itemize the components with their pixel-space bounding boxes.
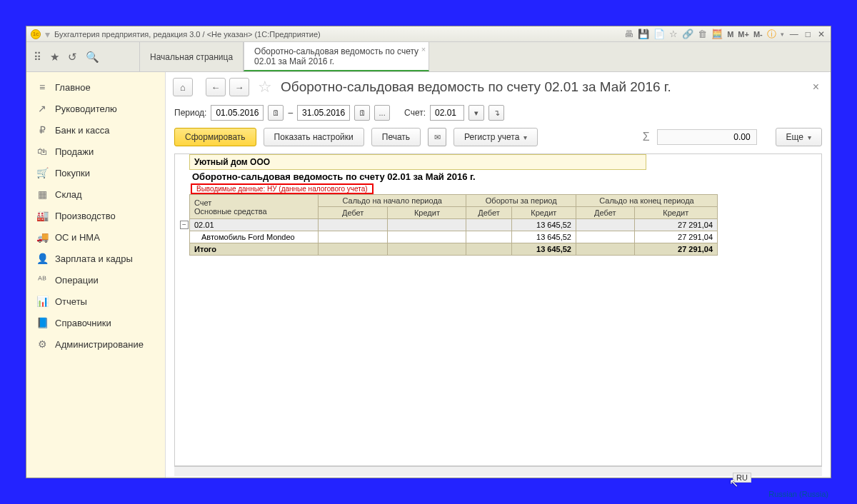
th-balance-start: Сальдо на начало периода [319, 195, 466, 207]
sidebar-label: Руководителю [55, 104, 117, 114]
sidebar-item-10[interactable]: 📊Отчеты [26, 291, 165, 312]
sidebar-item-4[interactable]: 🛒Покупки [26, 162, 165, 183]
tab-report-label1: Оборотно-сальдовая ведомость по счету [254, 46, 419, 56]
account-drop-icon[interactable]: ▾ [468, 105, 484, 121]
sidebar: ≡Главное↗Руководителю₽Банк и касса🛍Прода… [26, 72, 166, 478]
sidebar-item-1[interactable]: ↗Руководителю [26, 98, 165, 119]
tb-help-drop-icon[interactable]: ▾ [781, 31, 784, 38]
cell [319, 219, 388, 231]
email-icon[interactable]: ✉ [428, 128, 446, 146]
sidebar-item-8[interactable]: 👤Зарплата и кадры [26, 248, 165, 269]
account-input[interactable] [430, 105, 464, 121]
report-area: Уютный дом ООО Оборотно-сальдовая ведомо… [174, 153, 822, 466]
tb-save-icon[interactable]: 💾 [638, 29, 649, 39]
minimize-button[interactable]: — [788, 29, 800, 39]
cell: 13 645,52 [511, 231, 576, 243]
page-title: Оборотно-сальдовая ведомость по счету 02… [281, 79, 671, 95]
date-to-input[interactable] [297, 105, 350, 121]
sidebar-icon: 🛒 [36, 167, 48, 178]
tb-doc-icon[interactable]: 📄 [653, 29, 665, 39]
cell [388, 219, 466, 231]
history-icon[interactable]: ↺ [68, 51, 77, 64]
sidebar-icon: 🚚 [36, 231, 48, 243]
sidebar-label: Справочники [55, 318, 111, 328]
cell [576, 231, 634, 243]
more-button[interactable]: Еще [776, 128, 822, 146]
app-icon: 1c [31, 29, 41, 39]
sidebar-icon: ₽ [36, 124, 48, 136]
sidebar-label: Операции [55, 275, 99, 286]
nav-back-icon[interactable]: ▾ [45, 29, 50, 40]
home-button[interactable]: ⌂ [173, 78, 193, 96]
m-button[interactable]: M [727, 30, 733, 39]
date-from-cal-icon[interactable]: 🗓 [268, 105, 284, 121]
lang-status: Russian (Russia) [768, 490, 828, 498]
cell: 27 291,04 [634, 243, 717, 256]
sidebar-item-9[interactable]: ᴬᴮОперации [26, 269, 165, 291]
cursor-icon: ↖ [729, 476, 738, 490]
row-total: Итого 13 645,52 27 291,04 [190, 243, 718, 256]
tab-close-icon[interactable]: × [421, 45, 426, 54]
tb-link-icon[interactable]: 🔗 [682, 29, 693, 39]
date-from-input[interactable] [211, 105, 264, 121]
tab-report-label2: 02.01 за Май 2016 г. [254, 56, 419, 66]
register-button[interactable]: Регистр учета [453, 128, 538, 146]
maximize-button[interactable]: □ [804, 29, 812, 39]
th-balance-end: Сальдо на конец периода [576, 195, 717, 207]
tab-report[interactable]: Оборотно-сальдовая ведомость по счету 02… [244, 42, 429, 71]
sidebar-item-12[interactable]: ⚙Администрирование [26, 333, 165, 355]
close-button[interactable]: ✕ [816, 29, 826, 39]
sidebar-item-7[interactable]: 🚚ОС и НМА [26, 226, 165, 248]
cell [388, 243, 466, 256]
tb-print-icon[interactable]: 🖶 [624, 29, 633, 39]
sidebar-item-5[interactable]: ▦Склад [26, 183, 165, 205]
m-minus-button[interactable]: M- [753, 30, 763, 39]
cell [319, 243, 388, 256]
period-dash: – [288, 108, 293, 118]
search-icon[interactable]: 🔍 [86, 51, 99, 64]
sidebar-icon: 🛍 [36, 146, 48, 157]
sidebar-icon: ▦ [36, 188, 48, 200]
tb-star-icon[interactable]: ☆ [669, 29, 678, 39]
sidebar-item-0[interactable]: ≡Главное [26, 76, 165, 98]
report-org: Уютный дом ООО [189, 154, 646, 170]
sidebar-icon: 📊 [36, 296, 48, 307]
sidebar-item-2[interactable]: ₽Банк и касса [26, 119, 165, 141]
period-dots-button[interactable]: ... [374, 105, 390, 121]
print-button[interactable]: Печать [371, 128, 421, 146]
sidebar-label: Банк и касса [55, 125, 110, 136]
date-to-cal-icon[interactable]: 🗓 [354, 105, 370, 121]
h-scrollbar[interactable] [174, 466, 822, 476]
th-ed: Дебет [576, 207, 634, 219]
sidebar-item-3[interactable]: 🛍Продажи [26, 141, 165, 162]
sidebar-label: Администрирование [55, 339, 144, 350]
fav-star-icon[interactable]: ★ [50, 51, 59, 64]
sidebar-item-6[interactable]: 🏭Производство [26, 205, 165, 226]
tab-start[interactable]: Начальная страница [139, 42, 244, 71]
tb-trash-icon[interactable]: 🗑 [698, 29, 707, 39]
m-plus-button[interactable]: M+ [738, 30, 749, 39]
cell: 27 291,04 [634, 219, 717, 231]
sidebar-item-11[interactable]: 📘Справочники [26, 312, 165, 333]
report-note: Выводимые данные: НУ (данные налогового … [191, 183, 374, 194]
content-header: ⌂ ← → ☆ Оборотно-сальдовая ведомость по … [166, 72, 831, 102]
cell: 27 291,04 [634, 231, 717, 243]
account-open-icon[interactable]: ↴ [488, 105, 504, 121]
forward-button[interactable]: → [229, 78, 249, 96]
sidebar-label: Производство [55, 211, 116, 221]
back-button[interactable]: ← [206, 78, 226, 96]
expand-icon[interactable]: − [180, 221, 189, 229]
row-asset[interactable]: Автомобиль Ford Mondeo 13 645,52 27 291,… [190, 231, 718, 243]
row-account[interactable]: −02.01 13 645,52 27 291,04 [190, 219, 718, 231]
tb-calc-icon[interactable]: 🧮 [711, 29, 723, 39]
apps-icon[interactable]: ⠿ [34, 51, 41, 64]
th-ec: Кредит [634, 207, 717, 219]
form-button[interactable]: Сформировать [174, 128, 256, 146]
settings-button[interactable]: Показать настройки [264, 128, 364, 146]
favorite-star-icon[interactable]: ☆ [258, 78, 272, 96]
page-close-icon[interactable]: × [813, 81, 823, 94]
sum-display: 0.00 [657, 129, 757, 145]
th-sd: Дебет [319, 207, 388, 219]
tb-help-icon[interactable]: ⓘ [767, 28, 776, 41]
cell: 13 645,52 [511, 219, 576, 231]
